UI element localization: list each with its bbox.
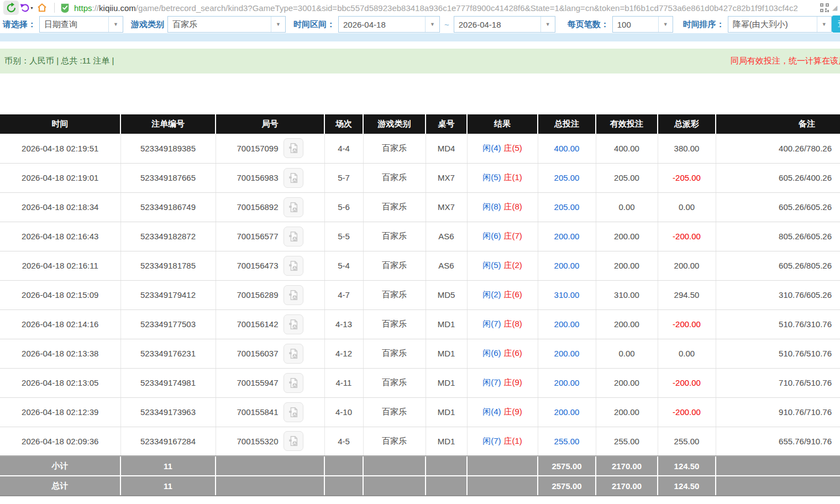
result-player: 闲(7) <box>482 436 501 445</box>
col-header-result: 结果 <box>467 114 538 134</box>
cell-round: 700156892 <box>216 192 324 222</box>
video-replay-glyph <box>287 142 300 154</box>
cell-time: 2026-04-18 02:16:11 <box>0 251 120 280</box>
col-header-payout: 总派彩 <box>658 114 716 134</box>
cell-remark: 605.26/400.26 <box>716 163 840 192</box>
spacer <box>0 74 840 114</box>
cell-session: 5-4 <box>324 251 363 280</box>
cell-valid-bet: 205.00 <box>596 163 658 192</box>
video-replay-button[interactable] <box>284 431 303 451</box>
chevron-down-icon: ▼ <box>108 17 123 32</box>
col-header-time: 时间 <box>0 114 120 134</box>
cell-bet-id: 523349189385 <box>120 134 216 163</box>
bet-records-table: 时间 注单编号 局号 场次 游戏类别 桌号 结果 总投注 有效投注 总派彩 备注… <box>0 114 840 496</box>
cell-result: 闲(7)庄(9) <box>467 368 538 397</box>
chevron-down-icon: ▼ <box>658 17 673 32</box>
cell-total-bet: 400.00 <box>538 134 596 163</box>
cell-valid-bet: 255.00 <box>596 427 658 456</box>
subtotal-valid-bet: 2170.00 <box>596 456 658 476</box>
query-type-select[interactable]: 日期查询 ▼ <box>39 16 123 33</box>
cell-result: 闲(6)庄(7) <box>467 222 538 251</box>
cell-game: 百家乐 <box>363 163 426 192</box>
table-footer: 小计 11 2575.00 2170.00 124.50 总计 11 2575.… <box>0 456 840 496</box>
cell-time: 2026-04-18 02:15:09 <box>0 280 120 309</box>
undo-dropdown-caret[interactable]: ▾ <box>30 6 33 11</box>
date-from-select[interactable]: 2026-04-18 ▼ <box>338 16 440 33</box>
round-number: 700156289 <box>237 290 278 300</box>
total-label: 总计 <box>0 476 120 496</box>
cell-result: 闲(4)庄(9) <box>467 397 538 427</box>
video-replay-button[interactable] <box>284 373 303 393</box>
result-player: 闲(4) <box>482 143 501 153</box>
cell-total-bet: 200.00 <box>538 368 596 397</box>
table-row: 2026-04-18 02:13:38523349176231 70015603… <box>0 339 840 368</box>
toolbar-overflow-icon[interactable]: ◢ <box>832 4 840 12</box>
result-banker: 庄(6) <box>504 290 522 299</box>
cell-result: 闲(5)庄(1) <box>467 163 538 192</box>
cell-bet-id: 523349182872 <box>120 222 216 251</box>
cell-total-bet: 200.00 <box>538 222 596 251</box>
round-number: 700156142 <box>237 319 278 329</box>
video-replay-button[interactable] <box>284 197 303 217</box>
video-replay-button[interactable] <box>284 314 303 334</box>
home-icon[interactable] <box>34 1 50 15</box>
result-banker: 庄(9) <box>504 377 522 387</box>
total-payout: 124.50 <box>658 476 716 496</box>
table-row: 2026-04-18 02:19:01523349187665 70015698… <box>0 163 840 192</box>
round-number: 700155947 <box>237 378 278 387</box>
cell-round: 700155947 <box>216 368 324 397</box>
cell-total-bet: 205.00 <box>538 192 596 222</box>
reload-icon[interactable] <box>3 1 19 15</box>
video-replay-glyph <box>287 406 300 418</box>
cell-payout: 0.00 <box>658 192 716 222</box>
cell-valid-bet: 200.00 <box>596 309 658 339</box>
video-replay-button[interactable] <box>284 285 303 305</box>
cell-round: 700155320 <box>216 427 324 456</box>
video-replay-button[interactable] <box>284 402 303 422</box>
video-replay-button[interactable] <box>284 227 303 246</box>
video-replay-glyph <box>287 377 300 389</box>
col-header-game: 游戏类别 <box>363 114 426 134</box>
video-replay-button[interactable] <box>284 344 303 364</box>
col-header-table: 桌号 <box>426 114 467 134</box>
security-shield-icon <box>60 3 70 13</box>
qr-code-icon[interactable] <box>820 3 829 12</box>
time-sort-select[interactable]: 降幂(由大到小) ▼ <box>728 16 832 33</box>
cell-time: 2026-04-18 02:12:39 <box>0 397 120 427</box>
result-player: 闲(2) <box>482 290 501 299</box>
round-number: 700156037 <box>237 349 278 358</box>
cell-round: 700156577 <box>216 222 324 251</box>
undo-glyph <box>20 3 30 13</box>
cell-remark: 910.76/710.76 <box>716 397 840 427</box>
cell-result: 闲(7)庄(1) <box>467 427 538 456</box>
video-replay-glyph <box>287 172 300 184</box>
cell-time: 2026-04-18 02:19:51 <box>0 134 120 163</box>
cell-result: 闲(8)庄(8) <box>467 192 538 222</box>
result-banker: 庄(7) <box>504 231 522 240</box>
page-size-label: 每页笔数： <box>568 19 609 30</box>
total-total-bet: 2575.00 <box>538 476 596 496</box>
search-button[interactable]: 查询 <box>832 15 840 33</box>
address-bar[interactable]: https://kiqiiu.com/game/betrecord_search… <box>60 0 815 15</box>
cell-valid-bet: 200.00 <box>596 222 658 251</box>
subtotal-count: 11 <box>120 456 216 476</box>
cell-session: 5-5 <box>324 222 363 251</box>
page-size-select[interactable]: 100 ▼ <box>612 16 673 33</box>
undo-icon[interactable]: ▾ <box>19 1 34 15</box>
video-replay-button[interactable] <box>284 256 303 276</box>
video-replay-button[interactable] <box>284 168 303 188</box>
cell-payout: -200.00 <box>658 309 716 339</box>
video-replay-button[interactable] <box>284 138 303 158</box>
time-sort-label: 时间排序： <box>683 19 725 30</box>
cell-remark: 605.26/805.26 <box>716 251 840 280</box>
cell-valid-bet: 200.00 <box>596 368 658 397</box>
round-number: 700156473 <box>237 261 278 270</box>
game-type-select[interactable]: 百家乐 ▼ <box>167 16 286 33</box>
cell-time: 2026-04-18 02:13:05 <box>0 368 120 397</box>
cell-result: 闲(2)庄(6) <box>467 280 538 309</box>
cell-total-bet: 255.00 <box>538 427 596 456</box>
cell-round: 700157099 <box>216 134 324 163</box>
result-player: 闲(6) <box>482 348 501 358</box>
date-to-select[interactable]: 2026-04-18 ▼ <box>454 16 555 33</box>
video-replay-glyph <box>287 260 300 272</box>
